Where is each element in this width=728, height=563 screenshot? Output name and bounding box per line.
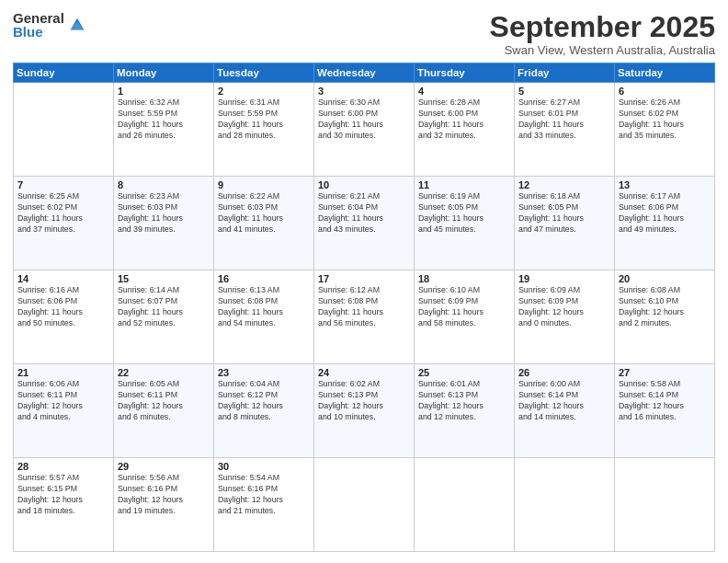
weekday-header-wednesday: Wednesday (314, 63, 415, 83)
cell-info: Sunrise: 6:30 AM Sunset: 6:00 PM Dayligh… (318, 98, 410, 142)
day-number: 22 (118, 367, 210, 378)
calendar-cell (415, 458, 515, 552)
day-number: 14 (17, 273, 109, 284)
calendar-cell: 2Sunrise: 6:31 AM Sunset: 5:59 PM Daylig… (214, 83, 314, 177)
day-number: 4 (418, 86, 510, 97)
cell-info: Sunrise: 6:08 AM Sunset: 6:10 PM Dayligh… (619, 285, 711, 329)
calendar-cell: 10Sunrise: 6:21 AM Sunset: 6:04 PM Dayli… (314, 177, 415, 270)
weekday-header-tuesday: Tuesday (214, 63, 314, 83)
calendar-cell: 11Sunrise: 6:19 AM Sunset: 6:05 PM Dayli… (415, 177, 515, 270)
day-number: 2 (218, 86, 310, 97)
cell-info: Sunrise: 6:26 AM Sunset: 6:02 PM Dayligh… (619, 98, 711, 142)
calendar-cell: 27Sunrise: 5:58 AM Sunset: 6:14 PM Dayli… (615, 364, 715, 458)
calendar-cell: 12Sunrise: 6:18 AM Sunset: 6:05 PM Dayli… (515, 177, 615, 270)
day-number: 24 (318, 367, 410, 378)
calendar-cell: 5Sunrise: 6:27 AM Sunset: 6:01 PM Daylig… (515, 83, 615, 177)
calendar-cell: 17Sunrise: 6:12 AM Sunset: 6:08 PM Dayli… (314, 270, 415, 364)
cell-info: Sunrise: 5:56 AM Sunset: 6:16 PM Dayligh… (118, 473, 210, 517)
calendar-cell (615, 458, 715, 552)
day-number: 9 (218, 179, 310, 190)
logo-blue: Blue (13, 25, 64, 39)
cell-info: Sunrise: 6:19 AM Sunset: 6:05 PM Dayligh… (418, 191, 510, 236)
day-number: 16 (218, 273, 310, 284)
day-number: 15 (118, 273, 210, 284)
day-number: 6 (619, 86, 711, 97)
day-number: 25 (418, 367, 510, 378)
logo-text: General Blue (13, 11, 64, 39)
cell-info: Sunrise: 6:01 AM Sunset: 6:13 PM Dayligh… (418, 379, 510, 423)
cell-info: Sunrise: 6:00 AM Sunset: 6:14 PM Dayligh… (518, 379, 610, 423)
calendar-cell: 6Sunrise: 6:26 AM Sunset: 6:02 PM Daylig… (615, 83, 715, 177)
weekday-header-row: SundayMondayTuesdayWednesdayThursdayFrid… (14, 63, 715, 83)
day-number: 7 (17, 179, 109, 190)
day-number: 26 (518, 367, 610, 378)
cell-info: Sunrise: 6:14 AM Sunset: 6:07 PM Dayligh… (118, 285, 210, 329)
day-number: 23 (218, 367, 310, 378)
day-number: 1 (118, 86, 210, 97)
calendar-cell: 4Sunrise: 6:28 AM Sunset: 6:00 PM Daylig… (415, 83, 515, 177)
calendar-cell: 14Sunrise: 6:16 AM Sunset: 6:06 PM Dayli… (14, 270, 114, 364)
day-number: 5 (518, 86, 610, 97)
calendar-cell (14, 83, 114, 177)
weekday-header-monday: Monday (114, 63, 214, 83)
calendar-cell: 25Sunrise: 6:01 AM Sunset: 6:13 PM Dayli… (415, 364, 515, 458)
logo-general: General (13, 11, 64, 25)
calendar-cell: 16Sunrise: 6:13 AM Sunset: 6:08 PM Dayli… (214, 270, 314, 364)
cell-info: Sunrise: 6:12 AM Sunset: 6:08 PM Dayligh… (318, 285, 410, 329)
day-number: 21 (17, 367, 109, 378)
cell-info: Sunrise: 5:57 AM Sunset: 6:15 PM Dayligh… (17, 473, 109, 517)
calendar-table: SundayMondayTuesdayWednesdayThursdayFrid… (13, 63, 715, 552)
header: General Blue September 2025 Swan View, W… (13, 11, 715, 57)
logo: General Blue (13, 11, 87, 39)
cell-info: Sunrise: 6:06 AM Sunset: 6:11 PM Dayligh… (17, 379, 109, 423)
day-number: 12 (518, 179, 610, 190)
cell-info: Sunrise: 6:17 AM Sunset: 6:06 PM Dayligh… (619, 191, 711, 236)
cell-info: Sunrise: 6:21 AM Sunset: 6:04 PM Dayligh… (318, 191, 410, 236)
month-title: September 2025 (490, 11, 715, 43)
cell-info: Sunrise: 5:58 AM Sunset: 6:14 PM Dayligh… (619, 379, 711, 423)
cell-info: Sunrise: 6:23 AM Sunset: 6:03 PM Dayligh… (118, 191, 210, 236)
cell-info: Sunrise: 6:10 AM Sunset: 6:09 PM Dayligh… (418, 285, 510, 329)
cell-info: Sunrise: 6:27 AM Sunset: 6:01 PM Dayligh… (518, 98, 610, 142)
day-number: 8 (118, 179, 210, 190)
day-number: 17 (318, 273, 410, 284)
day-number: 3 (318, 86, 410, 97)
week-row-2: 7Sunrise: 6:25 AM Sunset: 6:02 PM Daylig… (14, 177, 715, 270)
cell-info: Sunrise: 6:02 AM Sunset: 6:13 PM Dayligh… (318, 379, 410, 423)
day-number: 28 (17, 461, 109, 472)
day-number: 27 (619, 367, 711, 378)
weekday-header-thursday: Thursday (415, 63, 515, 83)
weekday-header-sunday: Sunday (14, 63, 114, 83)
cell-info: Sunrise: 6:25 AM Sunset: 6:02 PM Dayligh… (17, 191, 109, 236)
calendar-cell (314, 458, 415, 552)
cell-info: Sunrise: 6:16 AM Sunset: 6:06 PM Dayligh… (17, 285, 109, 329)
week-row-3: 14Sunrise: 6:16 AM Sunset: 6:06 PM Dayli… (14, 270, 715, 364)
calendar-cell: 21Sunrise: 6:06 AM Sunset: 6:11 PM Dayli… (14, 364, 114, 458)
calendar-cell: 19Sunrise: 6:09 AM Sunset: 6:09 PM Dayli… (515, 270, 615, 364)
cell-info: Sunrise: 6:09 AM Sunset: 6:09 PM Dayligh… (518, 285, 610, 329)
day-number: 30 (218, 461, 310, 472)
calendar-cell: 15Sunrise: 6:14 AM Sunset: 6:07 PM Dayli… (114, 270, 214, 364)
calendar-cell: 18Sunrise: 6:10 AM Sunset: 6:09 PM Dayli… (415, 270, 515, 364)
week-row-4: 21Sunrise: 6:06 AM Sunset: 6:11 PM Dayli… (14, 364, 715, 458)
day-number: 18 (418, 273, 510, 284)
calendar-cell: 22Sunrise: 6:05 AM Sunset: 6:11 PM Dayli… (114, 364, 214, 458)
day-number: 29 (118, 461, 210, 472)
calendar-cell: 7Sunrise: 6:25 AM Sunset: 6:02 PM Daylig… (14, 177, 114, 270)
cell-info: Sunrise: 6:04 AM Sunset: 6:12 PM Dayligh… (218, 379, 310, 423)
day-number: 10 (318, 179, 410, 190)
day-number: 13 (619, 179, 711, 190)
calendar-cell: 20Sunrise: 6:08 AM Sunset: 6:10 PM Dayli… (615, 270, 715, 364)
title-block: September 2025 Swan View, Western Austra… (490, 11, 715, 57)
cell-info: Sunrise: 6:31 AM Sunset: 5:59 PM Dayligh… (218, 98, 310, 142)
week-row-1: 1Sunrise: 6:32 AM Sunset: 5:59 PM Daylig… (14, 83, 715, 177)
calendar-cell: 23Sunrise: 6:04 AM Sunset: 6:12 PM Dayli… (214, 364, 314, 458)
calendar-cell (515, 458, 615, 552)
page: General Blue September 2025 Swan View, W… (0, 0, 728, 563)
calendar-cell: 9Sunrise: 6:22 AM Sunset: 6:03 PM Daylig… (214, 177, 314, 270)
calendar-cell: 29Sunrise: 5:56 AM Sunset: 6:16 PM Dayli… (114, 458, 214, 552)
calendar-cell: 8Sunrise: 6:23 AM Sunset: 6:03 PM Daylig… (114, 177, 214, 270)
weekday-header-saturday: Saturday (615, 63, 715, 83)
calendar-cell: 3Sunrise: 6:30 AM Sunset: 6:00 PM Daylig… (314, 83, 415, 177)
calendar-cell: 1Sunrise: 6:32 AM Sunset: 5:59 PM Daylig… (114, 83, 214, 177)
